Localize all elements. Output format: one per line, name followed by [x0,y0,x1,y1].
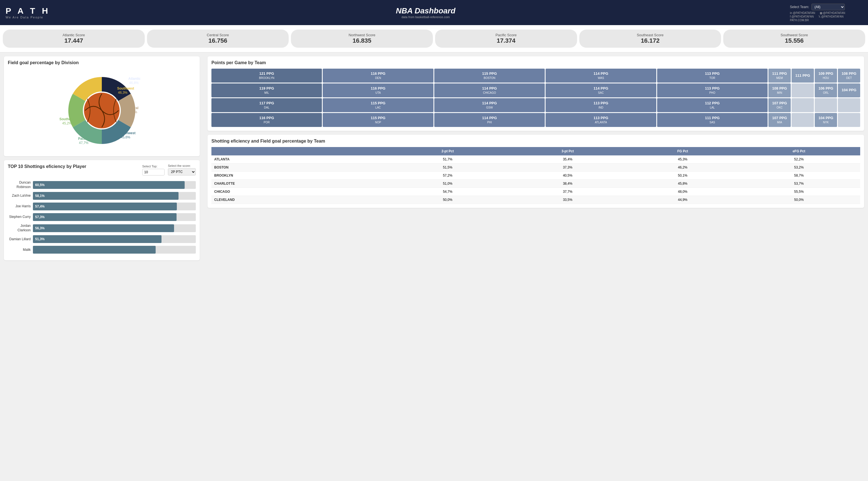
logo-area: P A T H We Are Data People [6,6,61,19]
southwest-pct: 46,3% [118,91,127,95]
ppg-team: MEM [776,76,783,80]
ppg-value: 114 PPG [482,116,497,121]
score-card-northwest: Northwest Score 16.835 [291,30,433,48]
ppg-value: 111 PPG [796,73,810,78]
ppg-cell [838,113,860,127]
ppg-team: MIL [265,91,269,95]
ppg-team: MIA [777,121,782,124]
score-card-southwest: Southwest Score 15.556 [723,30,865,48]
table-row: ATLANTA 51,7% 35,4% 45,3% 52,2% [211,155,860,163]
ppg-cell: 114 PPGGSW [434,98,545,112]
ppg-team: OKC [776,106,783,109]
ppg-cell: 111 PPGMEM [768,69,791,83]
ppg-value: 115 PPG [371,116,385,121]
ppg-value: 116 PPG [371,86,385,91]
ppg-value: 111 PPG [705,116,720,121]
ppg-cell [792,98,814,112]
northwest-value: 16.835 [352,37,371,44]
ppg-value: 107 PPG [772,116,787,121]
ppg-value: 108 PPG [772,86,787,91]
pacific-pct: 47,7% [79,141,88,145]
score-card-atlantic: Atlantic Score 17.447 [3,30,145,48]
team-select[interactable]: (All) [811,4,845,10]
bar-row: Joe Harris 57,4% [8,203,196,210]
efg-pct: 55,5% [738,187,860,196]
score-card-pacific: Pacific Score 17.374 [435,30,577,48]
ppg-value: 112 PPG [705,101,720,106]
ppg-team: TOR [709,76,715,80]
two-pt-pct: 51,7% [388,155,508,163]
bar-label: Jordan Clarkson [8,224,33,232]
col-efg: eFG Pct [738,147,860,155]
efg-pct: 53,7% [738,179,860,187]
southwest-label-chart: Southwest [117,87,134,90]
ppg-value: 113 PPG [593,101,608,106]
two-pt-pct: 57,2% [388,171,508,179]
bar-section: TOP 10 Shottings eficiency by Player Sel… [4,160,200,260]
logo-text: P A T H [6,6,61,16]
team-name: CHICAGO [211,187,388,196]
efg-pct: 53,2% [738,163,860,171]
bar-track: 57,3% [33,213,196,221]
ppg-team: MIN [777,91,782,95]
bar-value-text: 57,4% [35,205,44,208]
ppg-cell [838,98,860,112]
ppg-cell [792,83,814,97]
ppg-value: 106 PPG [818,86,833,91]
bar-value-text: 58,1% [35,194,44,198]
efg-pct: 52,2% [738,155,860,163]
ppg-team: BOSTON [484,76,495,80]
ppg-cell: 108 PPGDET [838,69,860,83]
atlantic-pct: 46,8% [129,81,138,85]
donut-container: Southwest 46,3% Central 46,5% Northwest … [8,69,196,152]
donut-chart-svg: Southwest 46,3% Central 46,5% Northwest … [57,69,147,152]
two-pt-pct: 50,0% [388,196,508,204]
ppg-cell: 113 PPGATLANTA [546,113,656,127]
ppg-cell: 106 PPGORL [815,83,837,97]
atlantic-value: 17.447 [64,37,83,44]
team-name: ATLANTA [211,155,388,163]
ppg-team: NOP [375,121,381,124]
three-pt-pct: 33,5% [508,196,627,204]
select-top-input[interactable] [142,169,164,176]
ppg-section: Points per Game by Team 121 PPGBROOKLYN1… [208,56,864,131]
social-row-2: f @PATHDATAFAN 𝕏 @PATHDATAFAN [790,15,862,18]
ppg-cell: 114 PPGCHICAGO [434,83,545,97]
ppg-team: HOU [823,76,829,80]
ppg-value: 116 PPG [371,71,385,76]
bar-row: Stephen Curry 57,3% [8,213,196,221]
bar-value-text: 57,3% [35,215,44,219]
ppg-cell: 116 PPGUTA [323,83,433,97]
ppg-team: LAL [710,106,715,109]
ppg-cell: 114 PPGSAC [546,83,656,97]
ppg-cell: 112 PPGLAL [657,98,768,112]
ppg-cell: 113 PPGTOR [657,69,768,83]
ppg-cell [792,113,814,127]
ppg-value: 115 PPG [482,71,497,76]
ppg-cell: 121 PPGBROOKLYN [211,69,322,83]
southeast-pct: 45,2% [62,121,72,125]
central-label-chart: Central [127,106,138,110]
bar-fill: 60,5% [33,181,185,189]
bar-title: TOP 10 Shottings eficiency by Player [8,164,86,169]
fg-pct: 45,8% [627,179,738,187]
three-pt-pct: 38,4% [508,179,627,187]
ppg-team: NYK [823,121,829,124]
table-row: BROOKLYN 57,2% 40,5% 50,1% 58,7% [211,171,860,179]
ppg-team: ATLANTA [595,121,607,124]
select-score-select[interactable]: 2P PTC [168,168,196,176]
ppg-value: 119 PPG [259,86,274,91]
col-fg: FG Pct [627,147,738,155]
ppg-cell: 115 PPGLAC [323,98,433,112]
ppg-team: SAS [710,121,715,124]
two-pt-pct: 51,0% [388,179,508,187]
col-3pt: 3-pt Pct [508,147,627,155]
ppg-value: 114 PPG [593,71,608,76]
fg-pct: 45,3% [627,155,738,163]
ppg-team: DET [846,76,852,80]
pacific-label: Pacific Score [495,33,517,37]
bar-label: Zach LaVine [8,193,33,198]
score-card-central: Central Score 16.756 [147,30,289,48]
ppg-cell: 113 PPGPHO [657,83,768,97]
ppg-value: 107 PPG [772,101,787,106]
